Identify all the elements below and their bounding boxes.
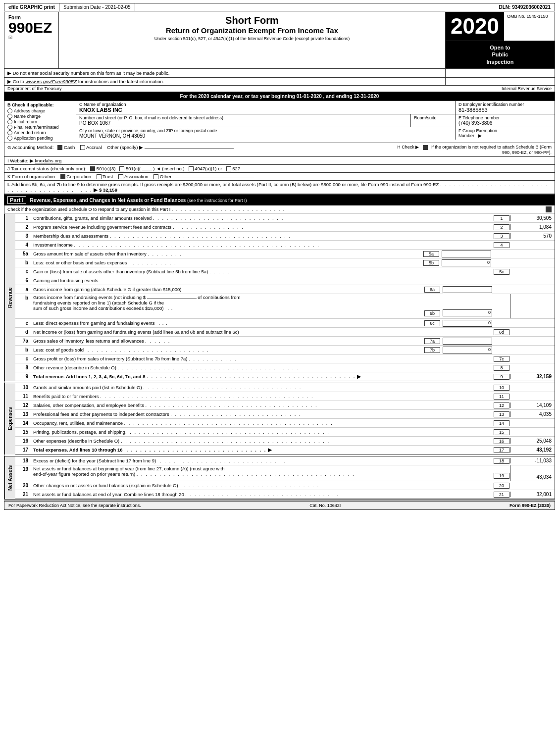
row-7a-sublabel: 7a [424, 338, 440, 344]
row-6c-sublabel: 6c [424, 320, 440, 326]
row-10-desc: Grants and similar amounts paid (list in… [31, 384, 493, 391]
row-7c-num: c [15, 356, 31, 361]
net-assets-section-label: Net Assets [4, 456, 15, 499]
row-4-num: 4 [15, 242, 31, 248]
row-17-ref: 17 [494, 447, 509, 453]
dln-number: DLN: 93492036002021 [495, 3, 555, 11]
4947-checkbox[interactable] [189, 166, 194, 171]
row-2-desc: Program service revenue including govern… [31, 224, 493, 230]
row-18-amount: -11,033 [510, 458, 555, 463]
row-6-desc: Gaming and fundraising events [31, 277, 494, 284]
row-21-num: 21 [15, 492, 31, 497]
h-checkbox[interactable] [423, 145, 428, 150]
row-4-ref: 4 [494, 242, 509, 248]
row-1-ref: 1 [494, 215, 509, 221]
row-12-amount: 14,109 [510, 403, 555, 408]
other-org-checkbox[interactable] [153, 174, 158, 179]
row-6a-num: a [15, 287, 31, 292]
501c3-checkbox[interactable] [90, 166, 95, 171]
corp-label: Corporation [66, 174, 91, 179]
row-13-num: 13 [15, 411, 31, 417]
row-9-num: 9 [15, 374, 31, 379]
row-17-desc: Total expenses. Add lines 10 through 16 … [31, 447, 493, 453]
row-6-num: 6 [15, 278, 31, 283]
row-15-ref: 15 [494, 429, 509, 435]
row-20-desc: Other changes in net assets or fund bala… [31, 482, 493, 489]
notice1: ▶ Do not enter social security numbers o… [7, 70, 169, 76]
row-5c-num: c [15, 269, 31, 274]
cash-checkbox[interactable] [57, 145, 62, 150]
line-h-text: if the organization is not required to a… [431, 145, 552, 155]
check-applicable-label: B Check if applicable: [7, 102, 73, 107]
check-address-change[interactable]: Address charge [7, 108, 73, 113]
line-l-amount: ▶ $ 32,159 [94, 187, 117, 193]
check-name-change[interactable]: Name charge [7, 114, 73, 119]
501c-checkbox[interactable] [119, 166, 124, 171]
row-13-desc: Professional fees and other payments to … [31, 411, 493, 417]
check-initial-return[interactable]: Initial return [7, 119, 73, 124]
corp-checkbox[interactable] [60, 174, 65, 179]
row-19-desc: Net assets or fund balances at beginning… [31, 465, 493, 477]
501c-insert: ) ◄ (insert no.) [153, 166, 184, 171]
row-7b-subinput: 0 [443, 347, 492, 353]
row-6c-subinput: 0 [443, 320, 492, 327]
527-checkbox[interactable] [226, 166, 231, 171]
row-5a-subinput[interactable] [442, 251, 491, 257]
address-label: Number and street (or P. O. box, if mail… [79, 115, 407, 120]
row-5a-desc: Gross amount from sale of assets other t… [31, 251, 423, 257]
part-i-label: Part I [7, 196, 26, 204]
row-2-num: 2 [15, 224, 31, 230]
row-6c-desc: Less: direct expenses from gaming and fu… [31, 320, 424, 326]
row-9-amount: 32,159 [510, 374, 555, 379]
row-11-num: 11 [15, 394, 31, 399]
row-6a-subinput[interactable] [443, 286, 492, 293]
phone-value: (740) 393-3806 [458, 120, 552, 126]
dept-treasury: Department of the Treasury [7, 86, 62, 91]
check-app-pending[interactable]: Application pending [7, 136, 73, 141]
row-12-ref: 12 [494, 403, 509, 408]
row-6c-num: c [15, 320, 31, 326]
row-6b-num: b [15, 294, 31, 301]
row-5b-subinput: 0 [442, 259, 491, 266]
footer-formref: Form 990-EZ (2020) [509, 503, 551, 508]
row-9-ref: 9 [494, 374, 509, 380]
row-7a-num: 7a [15, 338, 31, 344]
city-value: MOUNT VERNON, OH 43050 [79, 133, 452, 139]
row-19-num: 19 [15, 465, 31, 472]
row-9-desc: Total revenue. Add lines 1, 2, 3, 4, 5c,… [31, 373, 493, 380]
footer-catno: Cat. No. 10642I [309, 503, 341, 508]
row-13-amount: 4,035 [510, 411, 555, 417]
website-value: knoxlabs.org [35, 158, 61, 163]
assoc-checkbox[interactable] [118, 174, 123, 179]
check-final-return[interactable]: Final return/terminated [7, 125, 73, 130]
efile-label: efile GRAPHIC print [4, 3, 59, 11]
row-3-num: 3 [15, 233, 31, 239]
527-label: 527 [232, 166, 240, 171]
row-14-desc: Occupancy, rent, utilities, and maintena… [31, 420, 493, 426]
form-title-sub: Return of Organization Exempt From Incom… [62, 26, 442, 35]
row-16-desc: Other expenses (describe in Schedule O) … [31, 438, 493, 444]
row-6d-desc: Net income or (loss) from gaming and fun… [31, 329, 493, 335]
row-1-num: 1 [15, 215, 31, 221]
expenses-section-label: Expenses [4, 383, 15, 454]
row-7b-sublabel: 7b [424, 347, 440, 353]
row-19-ref: 19 [494, 473, 509, 479]
submission-date: Submission Date - 2021-02-05 [59, 3, 135, 11]
form-year-icon: ☑ [8, 35, 54, 40]
group-exemption-number: Number ▶ [458, 133, 552, 138]
row-18-num: 18 [15, 458, 31, 463]
row-11-ref: 11 [494, 394, 509, 400]
row-8-num: 8 [15, 365, 31, 370]
row-2-ref: 2 [494, 224, 509, 230]
row-7b-desc: Less: cost of goods sold . . . . . . . .… [31, 347, 424, 353]
line-h-label: H Check ▶ [397, 145, 419, 150]
footer-paperwork: For Paperwork Reduction Act Notice, see … [8, 503, 141, 508]
trust-checkbox[interactable] [97, 174, 102, 179]
ein-label: D Employer identification number [458, 102, 552, 107]
schedule-o-checkbox[interactable] [546, 206, 552, 212]
check-amended-return[interactable]: Amended return [7, 130, 73, 135]
row-6b-sublabel: 6b [424, 310, 440, 316]
row-7a-subinput[interactable] [443, 338, 492, 345]
row-10-num: 10 [15, 385, 31, 390]
accrual-checkbox[interactable] [80, 145, 85, 150]
